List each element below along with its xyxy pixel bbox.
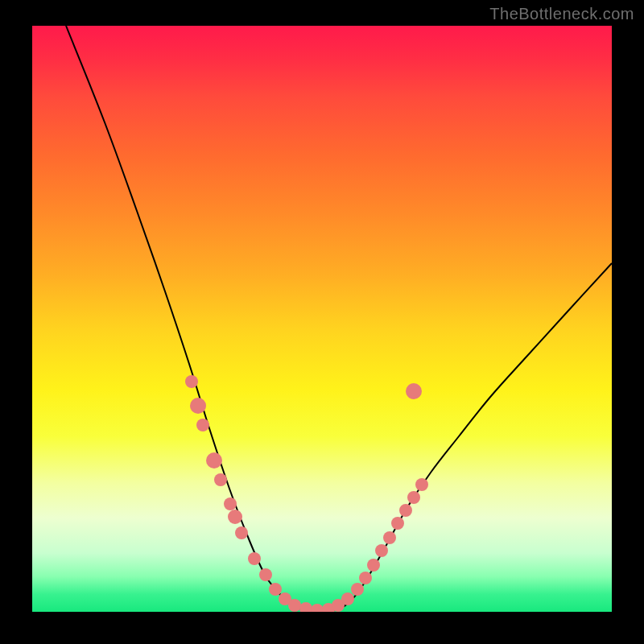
curve-marker	[407, 491, 420, 504]
curve-marker	[399, 504, 412, 517]
curve-marker	[224, 497, 237, 510]
curve-marker	[383, 531, 396, 544]
curve-marker	[341, 592, 354, 605]
watermark-text: TheBottleneck.com	[489, 5, 634, 23]
curve-marker	[228, 510, 242, 524]
curve-marker	[214, 473, 227, 486]
curve-svg	[32, 26, 612, 612]
curve-marker	[359, 572, 372, 584]
chart-frame: TheBottleneck.com	[0, 0, 644, 644]
curve-marker	[190, 398, 206, 414]
curve-marker	[235, 526, 248, 539]
curve-marker	[196, 419, 209, 431]
curve-marker	[406, 383, 422, 399]
curve-marker	[391, 517, 404, 530]
curve-marker	[311, 604, 324, 612]
plot-area	[32, 26, 612, 612]
bottleneck-curve	[66, 26, 612, 611]
curve-marker	[367, 559, 380, 572]
curve-marker	[288, 599, 301, 612]
curve-marker	[415, 478, 428, 491]
marker-group	[185, 375, 428, 612]
curve-marker	[269, 583, 282, 596]
curve-marker	[299, 602, 312, 612]
curve-marker	[206, 452, 222, 469]
curve-marker	[259, 568, 272, 581]
curve-marker	[185, 375, 198, 388]
curve-marker	[351, 583, 364, 596]
curve-marker	[248, 552, 261, 565]
curve-marker	[375, 544, 388, 557]
